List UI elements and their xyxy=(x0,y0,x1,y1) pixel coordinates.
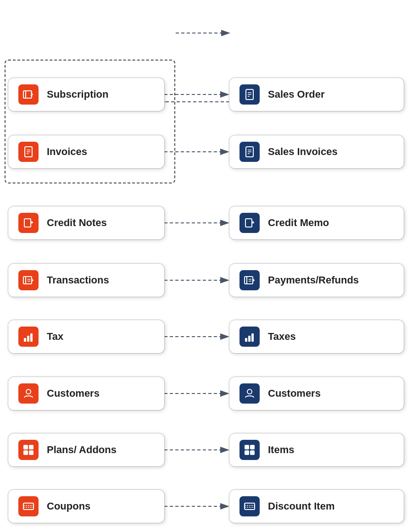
coupons-icon xyxy=(18,496,39,516)
sales-invoices-icon xyxy=(239,142,260,162)
payments-refunds-label: Payments/Refunds xyxy=(268,274,359,286)
card-plans-addons: Plans/ Addons xyxy=(8,433,164,466)
customers-right-label: Customers xyxy=(268,388,321,399)
taxes-label: Taxes xyxy=(268,331,296,343)
svg-point-28 xyxy=(26,389,31,394)
sales-invoices-label: Sales Invoices xyxy=(268,146,338,158)
payments-refunds-icon xyxy=(239,270,260,290)
card-discount-item: Discount Item xyxy=(229,490,404,523)
items-icon xyxy=(239,440,260,460)
svg-rect-47 xyxy=(245,277,253,284)
card-coupons: Coupons xyxy=(8,490,164,523)
sales-order-label: Sales Order xyxy=(268,89,325,100)
card-credit-notes: Credit Notes xyxy=(8,206,164,239)
svg-rect-44 xyxy=(245,219,252,227)
svg-rect-30 xyxy=(29,445,33,449)
svg-rect-32 xyxy=(29,450,33,455)
svg-rect-26 xyxy=(27,336,29,342)
svg-rect-52 xyxy=(248,336,251,342)
svg-rect-27 xyxy=(30,333,33,342)
customers-right-icon xyxy=(239,383,260,404)
plans-addons-icon xyxy=(18,440,39,460)
card-payments-refunds: Payments/Refunds xyxy=(229,264,404,297)
tax-label: Tax xyxy=(47,331,63,343)
tax-icon xyxy=(18,327,39,347)
subscription-label: Subscription xyxy=(47,89,108,100)
svg-rect-53 xyxy=(251,333,254,342)
card-subscription: Subscription xyxy=(8,78,164,111)
plans-addons-label: Plans/ Addons xyxy=(47,444,117,456)
svg-rect-25 xyxy=(24,338,26,342)
card-credit-memo: Credit Memo xyxy=(229,206,404,239)
svg-rect-18 xyxy=(24,219,31,227)
card-customers-right: Customers xyxy=(229,377,404,410)
credit-notes-icon xyxy=(18,213,39,233)
discount-item-icon xyxy=(239,496,260,516)
items-label: Items xyxy=(268,444,294,456)
customers-left-icon xyxy=(18,383,39,404)
card-customers-left: Customers xyxy=(8,377,164,410)
svg-rect-12 xyxy=(23,91,32,98)
credit-memo-label: Credit Memo xyxy=(268,217,329,229)
subscription-icon xyxy=(18,84,39,105)
svg-rect-58 xyxy=(250,450,255,455)
card-transactions: Transactions xyxy=(8,264,164,297)
discount-item-label: Discount Item xyxy=(268,500,334,512)
svg-rect-59 xyxy=(245,503,255,510)
transactions-icon xyxy=(18,270,39,290)
svg-rect-29 xyxy=(23,445,28,449)
svg-rect-51 xyxy=(245,338,247,342)
card-taxes: Taxes xyxy=(229,320,404,353)
invoices-label: Invoices xyxy=(47,146,87,158)
card-invoices: Invoices xyxy=(8,135,164,168)
svg-rect-33 xyxy=(23,503,33,510)
invoices-icon xyxy=(18,142,39,162)
credit-notes-label: Credit Notes xyxy=(47,217,107,229)
svg-rect-31 xyxy=(23,450,28,455)
svg-rect-57 xyxy=(245,450,249,455)
card-items: Items xyxy=(229,433,404,466)
svg-point-54 xyxy=(247,389,252,394)
card-tax: Tax xyxy=(8,320,164,353)
svg-rect-56 xyxy=(250,445,255,449)
taxes-icon xyxy=(239,327,260,347)
credit-memo-icon xyxy=(239,213,260,233)
card-sales-order: Sales Order xyxy=(229,78,404,111)
transactions-label: Transactions xyxy=(47,274,109,286)
sales-order-icon xyxy=(239,84,260,105)
coupons-label: Coupons xyxy=(47,500,90,512)
diagram: Subscription Invoices Credit Notes xyxy=(0,0,412,532)
card-sales-invoices: Sales Invoices xyxy=(229,135,404,168)
customers-left-label: Customers xyxy=(47,388,100,399)
svg-rect-55 xyxy=(245,445,249,449)
svg-rect-21 xyxy=(23,277,32,284)
